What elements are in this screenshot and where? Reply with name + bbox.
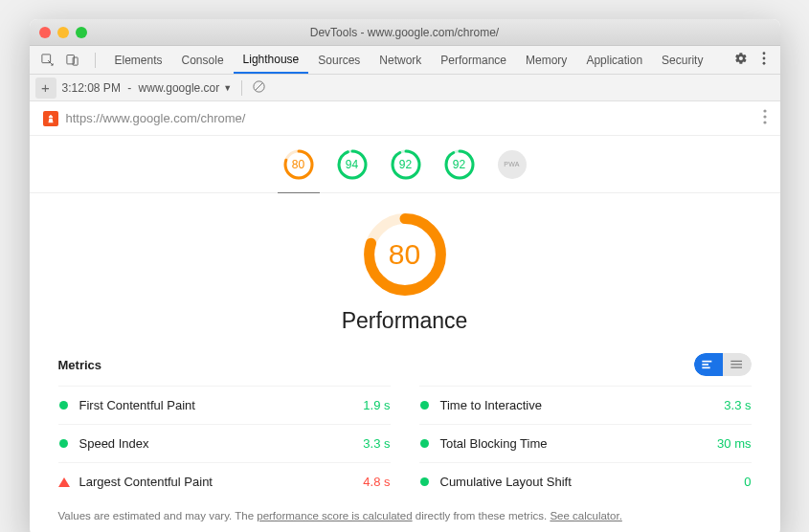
metric-row[interactable]: Total Blocking Time30 ms (419, 424, 752, 462)
report-dropdown[interactable]: 3:12:08 PM - www.google.cor ▼ (62, 81, 233, 95)
chevron-down-icon: ▼ (223, 83, 232, 93)
metric-value: 3.3 s (724, 398, 751, 412)
inspect-icon[interactable] (35, 50, 60, 71)
tab-performance[interactable]: Performance (431, 46, 516, 74)
pass-icon (419, 477, 431, 488)
tab-security[interactable]: Security (652, 46, 712, 74)
svg-rect-24 (730, 361, 742, 362)
metric-label: Largest Contentful Paint (79, 475, 364, 489)
pass-icon (419, 438, 431, 450)
svg-point-8 (763, 109, 766, 112)
tab-sources[interactable]: Sources (308, 46, 370, 74)
performance-score: 80 (363, 212, 447, 297)
performance-gauge: 80 (363, 212, 447, 297)
url-row: https://www.google.com/chrome/ (30, 101, 780, 136)
metric-value: 0 (744, 475, 751, 489)
metric-label: First Contentful Paint (79, 398, 364, 412)
window-title: DevTools - www.google.com/chrome/ (30, 26, 780, 39)
tab-memory[interactable]: Memory (516, 46, 576, 74)
metric-label: Cumulative Layout Shift (440, 475, 745, 489)
devtools-tabbar: ElementsConsoleLighthouseSourcesNetworkP… (30, 46, 780, 75)
tested-url: https://www.google.com/chrome/ (66, 111, 763, 125)
metric-value: 3.3 s (363, 436, 390, 451)
pwa-badge[interactable]: PWA (498, 150, 527, 179)
nav-gauge-1[interactable]: 94 (337, 149, 368, 180)
metric-label: Speed Index (79, 436, 364, 451)
tab-lighthouse[interactable]: Lighthouse (234, 46, 309, 74)
svg-point-10 (763, 121, 766, 123)
svg-rect-23 (702, 367, 709, 369)
view-collapsed-icon[interactable] (723, 353, 752, 376)
see-calculator-link[interactable]: See calculator. (550, 510, 621, 521)
score-calc-link[interactable]: performance score is calculated (257, 510, 412, 521)
svg-point-5 (762, 62, 765, 65)
metrics-heading: Metrics (58, 358, 102, 372)
metric-value: 1.9 s (363, 398, 390, 412)
fail-icon (58, 477, 70, 488)
category-nav: 80949292PWA (30, 136, 780, 193)
pass-icon (58, 400, 70, 411)
new-report-button[interactable]: + (35, 78, 56, 99)
nav-gauge-3[interactable]: 92 (444, 149, 475, 180)
metrics-footer: Values are estimated and may vary. The p… (30, 500, 780, 532)
metric-label: Time to Interactive (440, 398, 725, 412)
main-score: 80 Performance (30, 193, 780, 347)
tab-network[interactable]: Network (370, 46, 431, 74)
svg-point-9 (763, 115, 766, 118)
view-expanded-icon[interactable] (694, 353, 723, 376)
pass-icon (58, 438, 70, 450)
svg-rect-22 (702, 364, 708, 366)
category-title: Performance (342, 308, 468, 334)
metric-label: Total Blocking Time (440, 436, 718, 451)
metric-value: 4.8 s (363, 475, 390, 489)
nav-gauge-2[interactable]: 92 (391, 149, 421, 180)
svg-rect-21 (702, 361, 711, 363)
metric-row[interactable]: Time to Interactive3.3 s (419, 386, 752, 424)
tab-elements[interactable]: Elements (105, 46, 172, 74)
tab-console[interactable]: Console (172, 46, 234, 74)
svg-rect-25 (730, 364, 742, 365)
report-menu-icon[interactable] (763, 109, 767, 127)
devtools-window: DevTools - www.google.com/chrome/ Elemen… (30, 19, 780, 532)
metric-row[interactable]: Speed Index3.3 s (58, 424, 391, 462)
device-toolbar-icon[interactable] (60, 50, 85, 71)
svg-rect-26 (730, 367, 742, 368)
metrics-view-toggle[interactable] (694, 353, 752, 376)
clear-icon[interactable] (252, 79, 266, 97)
metric-row[interactable]: Largest Contentful Paint4.8 s (58, 462, 391, 500)
nav-gauge-0[interactable]: 80 (283, 149, 314, 180)
metric-row[interactable]: First Contentful Paint1.9 s (58, 386, 391, 424)
lighthouse-icon (43, 111, 58, 126)
metric-row[interactable]: Cumulative Layout Shift0 (419, 462, 752, 500)
more-icon[interactable] (757, 52, 771, 68)
metrics-grid: First Contentful Paint1.9 sTime to Inter… (30, 386, 780, 500)
svg-point-3 (762, 52, 765, 55)
svg-point-4 (762, 57, 765, 60)
svg-line-7 (256, 82, 263, 90)
metric-value: 30 ms (717, 436, 751, 451)
pass-icon (419, 400, 431, 411)
settings-icon[interactable] (734, 52, 748, 68)
titlebar: DevTools - www.google.com/chrome/ (30, 19, 780, 46)
subbar: + 3:12:08 PM - www.google.cor ▼ (30, 75, 780, 101)
tab-application[interactable]: Application (576, 46, 652, 74)
